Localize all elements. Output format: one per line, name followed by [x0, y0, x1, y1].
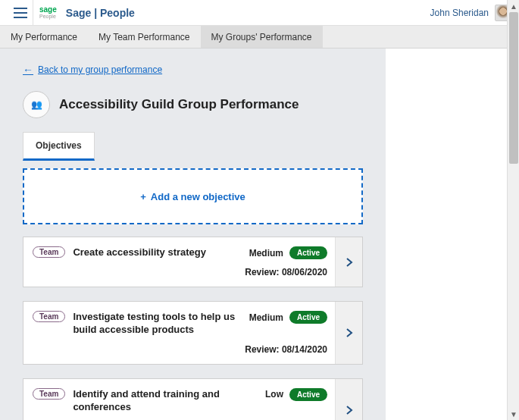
plus-icon: + — [140, 191, 146, 202]
add-objective-label: Add a new objective — [151, 191, 245, 202]
tab-my-team-performance[interactable]: My Team Performance — [88, 26, 201, 48]
scroll-up-arrow-icon[interactable]: ▲ — [508, 0, 519, 12]
top-tabbar: My Performance My Team Performance My Gr… — [0, 26, 519, 49]
group-icon: 👥 — [23, 91, 50, 118]
app-logo: sage People Sage | People — [39, 6, 135, 19]
status-badge: Active — [289, 246, 327, 259]
menu-icon[interactable] — [8, 0, 33, 25]
objective-priority: Medium — [249, 312, 283, 323]
team-pill: Team — [33, 246, 65, 258]
expand-button[interactable] — [335, 379, 362, 420]
team-pill: Team — [33, 311, 65, 322]
expand-button[interactable] — [335, 237, 362, 287]
objective-title: Create accessibility strategy — [73, 246, 241, 259]
back-link[interactable]: ← Back to my group performance — [23, 64, 162, 76]
scroll-down-arrow-icon[interactable]: ▼ — [508, 408, 519, 420]
expand-button[interactable] — [335, 302, 362, 364]
tab-my-performance[interactable]: My Performance — [0, 26, 88, 48]
back-link-label: Back to my group performance — [38, 64, 162, 75]
add-objective-button[interactable]: + Add a new objective — [23, 168, 363, 224]
objective-title: Identify and attend training and confere… — [73, 388, 258, 414]
objective-title: Investigate testing tools to help us bui… — [73, 311, 241, 337]
status-badge: Active — [289, 388, 327, 401]
objective-review: Review: 08/14/2020 — [33, 344, 327, 355]
page-title: Accessibility Guild Group Performance — [59, 97, 299, 112]
user-name-link[interactable]: John Sheridan — [430, 8, 489, 18]
tab-my-groups-performance[interactable]: My Groups' Performance — [201, 26, 323, 48]
objective-card: Team Create accessibility strategy Mediu… — [23, 237, 363, 287]
sub-tab-objectives[interactable]: Objectives — [23, 132, 95, 161]
status-badge: Active — [289, 311, 327, 324]
objective-priority: Medium — [249, 248, 283, 259]
back-arrow-icon: ← — [23, 64, 33, 76]
objective-review: Review: 08/06/2020 — [33, 267, 327, 277]
objective-card: Team Investigate testing tools to help u… — [23, 301, 363, 365]
app-title: Sage | People — [66, 7, 135, 19]
sub-tabs: Objectives — [23, 132, 386, 161]
objective-priority: Low — [265, 389, 283, 400]
team-pill: Team — [33, 388, 65, 400]
vertical-scrollbar[interactable]: ▲ ▼ — [507, 0, 519, 420]
top-header: sage People Sage | People John Sheridan — [0, 0, 519, 26]
objective-card: Team Identify and attend training and co… — [23, 378, 363, 420]
side-panel — [386, 49, 507, 420]
scroll-thumb[interactable] — [509, 12, 518, 164]
main-content: ← Back to my group performance 👥 Accessi… — [0, 49, 386, 420]
